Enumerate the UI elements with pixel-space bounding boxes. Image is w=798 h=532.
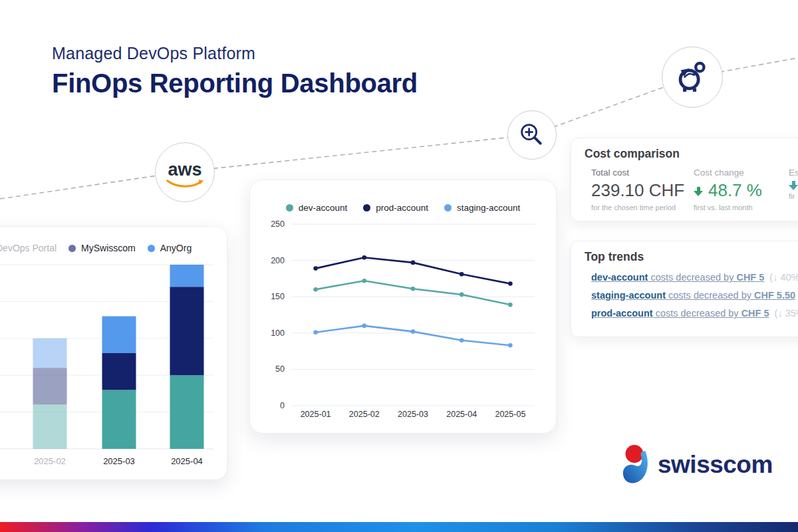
- trend-item-prod-account: prod-account costs decreased by CHF 5 (↓…: [591, 308, 798, 319]
- finops-dashboard: Managed DevOps Platform FinOps Reporting…: [0, 0, 798, 532]
- svg-text:2025-01: 2025-01: [301, 410, 331, 419]
- header: Managed DevOps Platform FinOps Reporting…: [52, 44, 418, 98]
- metric-label: Es: [789, 168, 798, 178]
- legend-label: staging-account: [457, 203, 520, 213]
- legend-item-prod-account[interactable]: prod-account: [363, 203, 428, 213]
- trend-link[interactable]: dev-account costs decreased by CHF 5: [591, 272, 764, 283]
- legend-label: MySwisscom: [81, 243, 136, 253]
- trend-list: dev-account costs decreased by CHF 5 (↓ …: [591, 272, 798, 319]
- page-title: FinOps Reporting Dashboard: [52, 68, 418, 98]
- aws-logo-text: aws: [168, 161, 201, 179]
- trend-item-staging-account: staging-account costs decreased by CHF 5…: [591, 290, 798, 301]
- swisscom-logo: swisscom: [620, 444, 773, 485]
- svg-text:50: 50: [275, 364, 285, 374]
- line-chart: 0501001502002502025-012025-022025-032025…: [250, 180, 556, 433]
- magnifier-badge: [507, 110, 557, 160]
- legend-label: AnyOrg: [160, 243, 192, 253]
- svg-text:200: 200: [271, 256, 285, 265]
- svg-text:2025-04: 2025-04: [171, 456, 203, 466]
- top-trends-title: Top trends: [585, 250, 644, 264]
- trend-link[interactable]: staging-account costs decreased by CHF 5…: [591, 290, 795, 301]
- legend-dot: [363, 204, 370, 211]
- line-chart-legend: dev-account prod-account staging-account: [250, 203, 556, 213]
- metric-label: Cost change: [694, 168, 762, 178]
- legend-dot: [444, 204, 452, 211]
- piggy-bank-icon: [674, 59, 711, 96]
- svg-text:250: 250: [271, 219, 285, 229]
- svg-text:150: 150: [271, 292, 285, 301]
- cost-comparison-title: Cost comparison: [585, 147, 680, 161]
- legend-dot: [68, 245, 76, 252]
- aws-smile-icon: [166, 179, 204, 189]
- swisscom-mark-icon: [620, 444, 651, 485]
- footer-gradient-bar: [0, 522, 798, 532]
- metric-total-cost: Total cost 239.10 CHF for the chosen tim…: [591, 168, 684, 211]
- top-trends-card: Top trends dev-account costs decreased b…: [571, 241, 798, 337]
- account-cost-line-chart-card: dev-account prod-account staging-account…: [249, 180, 557, 434]
- trend-link[interactable]: prod-account costs decreased by CHF 5: [591, 308, 769, 319]
- platform-subtitle: Managed DevOps Platform: [52, 44, 418, 63]
- legend-item-staging-account[interactable]: staging-account: [444, 203, 520, 213]
- trend-percent: (↓ 40%): [769, 272, 798, 283]
- legend-item-anyorg[interactable]: AnyOrg: [148, 243, 192, 253]
- svg-text:100: 100: [271, 329, 285, 338]
- bar-chart-legend: DevOps Portal MySwisscom AnyOrg: [0, 243, 192, 253]
- cost-comparison-card: Cost comparison Total cost 239.10 CHF fo…: [571, 138, 798, 221]
- metric-value: 239.10 CHF: [591, 180, 684, 201]
- svg-text:0: 0: [280, 401, 285, 410]
- down-arrow-icon: [789, 181, 798, 190]
- svg-text:2025-03: 2025-03: [103, 456, 135, 466]
- svg-text:2025-02: 2025-02: [34, 456, 66, 466]
- legend-item-dev-account[interactable]: dev-account: [286, 203, 348, 213]
- metric-subtext: for the chosen time period: [591, 203, 684, 211]
- legend-item-devops-portal[interactable]: DevOps Portal: [0, 243, 57, 253]
- trend-item-dev-account: dev-account costs decreased by CHF 5 (↓ …: [591, 272, 798, 283]
- svg-text:2025-02: 2025-02: [349, 410, 380, 419]
- piggy-bank-badge: [662, 47, 723, 108]
- zoom-in-icon: [517, 120, 547, 150]
- legend-item-myswisscom[interactable]: MySwisscom: [68, 243, 136, 253]
- legend-dot: [148, 245, 155, 252]
- legend-dot: [286, 204, 293, 211]
- legend-label: dev-account: [299, 203, 348, 213]
- metric-subtext: first vs. last month: [694, 203, 762, 211]
- aws-badge: aws: [155, 142, 215, 202]
- legend-label: prod-account: [376, 203, 428, 213]
- down-arrow-icon: [694, 187, 703, 196]
- metric-cost-change: Cost change 48.7 % first vs. last month: [694, 168, 762, 211]
- legend-label: DevOps Portal: [0, 243, 57, 253]
- svg-text:2025-05: 2025-05: [495, 410, 525, 419]
- metric-value: 48.7 %: [694, 180, 762, 201]
- metric-subtext: fir: [789, 192, 798, 200]
- metric-value: [789, 180, 798, 190]
- org-cost-bar-chart-card: DevOps Portal MySwisscom AnyOrg 2025-022…: [0, 226, 227, 480]
- svg-text:2025-03: 2025-03: [398, 410, 428, 419]
- metric-label: Total cost: [591, 168, 684, 178]
- stacked-bar-chart: 2025-022025-032025-04: [0, 227, 227, 479]
- swisscom-wordmark: swisscom: [658, 451, 773, 479]
- trend-percent: (↓ 35%): [775, 308, 798, 319]
- metric-clipped: Es fir: [789, 168, 798, 200]
- svg-text:2025-04: 2025-04: [446, 410, 477, 419]
